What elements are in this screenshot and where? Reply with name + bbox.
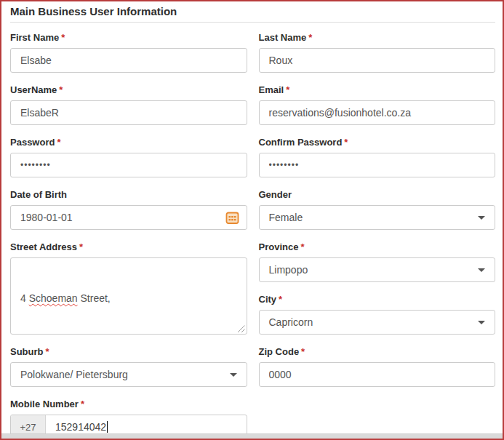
gender-field: Gender Female	[259, 190, 496, 230]
last-name-label: Last Name*	[259, 33, 496, 42]
confirm-password-field: Confirm Password*	[259, 137, 496, 177]
suburb-select[interactable]: Polokwane/ Pietersburg	[10, 362, 247, 387]
date-of-birth-label: Date of Birth	[10, 190, 247, 199]
zip-code-input[interactable]	[259, 362, 496, 387]
required-asterisk: *	[308, 32, 312, 43]
address-line-1: 4 Schoeman Street,	[20, 292, 237, 305]
first-name-label: First Name*	[10, 33, 247, 42]
first-name-input[interactable]	[10, 48, 247, 73]
date-of-birth-value: 1980-01-01	[20, 212, 73, 223]
confirm-password-input[interactable]	[259, 153, 496, 177]
password-label: Password*	[10, 137, 247, 147]
required-asterisk: *	[279, 294, 282, 305]
province-field: Province* Limpopo	[259, 242, 496, 282]
city-field: City* Capricorn	[259, 295, 496, 335]
user-info-form: First Name* UserName* Password* Date of …	[10, 33, 495, 440]
street-address-label: Street Address*	[10, 242, 247, 252]
mobile-number-label: Mobile Number*	[10, 399, 247, 409]
city-label: City*	[259, 295, 496, 304]
street-address-field: Street Address* 4 Schoeman Street, Polok…	[10, 242, 247, 335]
horizontal-scrollbar[interactable]	[1, 433, 503, 439]
password-field: Password*	[10, 137, 247, 177]
email-label: Email*	[259, 85, 496, 95]
chevron-down-icon	[478, 216, 485, 220]
suburb-label: Suburb*	[10, 347, 247, 356]
password-input[interactable]	[10, 153, 247, 177]
page-title: Main Business User Information	[10, 3, 495, 23]
suburb-selected-value: Polokwane/ Pietersburg	[20, 369, 128, 380]
last-name-field: Last Name*	[259, 33, 496, 73]
main-business-user-panel: Main Business User Information First Nam…	[0, 0, 504, 440]
first-name-field: First Name*	[10, 33, 247, 73]
chevron-down-icon	[478, 321, 485, 324]
city-selected-value: Capricorn	[269, 316, 313, 328]
last-name-input[interactable]	[259, 48, 496, 73]
email-field: Email*	[259, 85, 496, 125]
required-asterisk: *	[81, 399, 84, 409]
date-of-birth-field: Date of Birth 1980-01-01	[10, 190, 247, 230]
resize-handle[interactable]	[238, 325, 245, 332]
username-label: UserName*	[10, 85, 247, 95]
city-select[interactable]: Capricorn	[259, 310, 496, 335]
gender-selected-value: Female	[269, 212, 303, 223]
required-asterisk: *	[79, 241, 83, 252]
confirm-password-label: Confirm Password*	[259, 137, 496, 147]
gender-label: Gender	[259, 190, 496, 199]
address-line-2: Polokwana,	[20, 333, 237, 335]
required-asterisk: *	[61, 32, 65, 43]
required-asterisk: *	[344, 137, 348, 148]
misspelled-word: Schoeman	[29, 292, 78, 304]
chevron-down-icon	[230, 373, 237, 377]
calendar-icon[interactable]	[225, 210, 240, 225]
chevron-down-icon	[478, 268, 485, 272]
required-asterisk: *	[301, 346, 305, 357]
zip-code-label: Zip Code*	[259, 347, 496, 356]
suburb-field: Suburb* Polokwane/ Pietersburg	[10, 347, 247, 387]
required-asterisk: *	[300, 241, 304, 252]
required-asterisk: *	[57, 137, 60, 148]
text-cursor	[107, 421, 108, 433]
province-label: Province*	[259, 242, 496, 252]
email-input[interactable]	[259, 100, 496, 125]
required-asterisk: *	[59, 84, 63, 95]
street-address-textarea[interactable]: 4 Schoeman Street, Polokwana, South Afri…	[10, 257, 247, 335]
province-selected-value: Limpopo	[269, 264, 308, 276]
misspelled-word: Polokwana,	[20, 334, 73, 335]
required-asterisk: *	[286, 84, 289, 95]
username-input[interactable]	[10, 100, 247, 125]
required-asterisk: *	[46, 346, 49, 357]
mobile-number-value: 152914042	[55, 421, 106, 433]
form-right-column: Last Name* Email* Confirm Password* Gend…	[259, 33, 496, 440]
province-select[interactable]: Limpopo	[259, 257, 496, 282]
date-of-birth-input[interactable]: 1980-01-01	[10, 205, 247, 230]
username-field: UserName*	[10, 85, 247, 125]
zip-code-field: Zip Code*	[259, 347, 496, 387]
form-left-column: First Name* UserName* Password* Date of …	[10, 33, 247, 440]
gender-select[interactable]: Female	[259, 205, 496, 230]
